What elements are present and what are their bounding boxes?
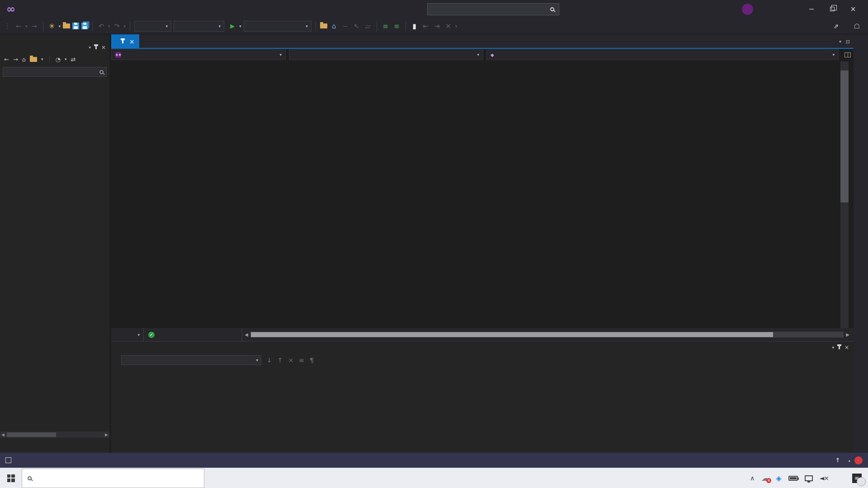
undo-icon[interactable]: ↶: [97, 22, 106, 30]
indent-increase-icon[interactable]: ≡: [392, 22, 401, 30]
scrollbar-thumb[interactable]: [840, 70, 849, 202]
close-icon[interactable]: ×: [101, 44, 106, 51]
scrollbar-thumb[interactable]: [7, 432, 56, 437]
document-tab[interactable]: ×: [111, 34, 139, 49]
scroll-right-icon[interactable]: ▶: [104, 432, 109, 437]
restore-button[interactable]: [822, 0, 843, 18]
platform-select[interactable]: ▾: [174, 21, 224, 32]
save-icon[interactable]: [72, 23, 79, 29]
sync-with-active-document-icon[interactable]: ⇄: [71, 56, 75, 63]
float-window-icon[interactable]: ⊡: [846, 39, 850, 45]
configuration-select[interactable]: ▾: [134, 21, 171, 32]
back-dropdown-icon[interactable]: ▾: [25, 24, 28, 28]
bookmark-icon[interactable]: ▮: [410, 22, 419, 30]
forward-icon[interactable]: →: [13, 56, 18, 63]
scrollbar-thumb[interactable]: [251, 332, 773, 337]
toolbar-drag-handle[interactable]: ⋮: [3, 22, 12, 30]
tray-expand-icon[interactable]: ∧: [750, 474, 755, 482]
separator: [49, 56, 50, 62]
close-icon[interactable]: ×: [844, 344, 849, 351]
split-editor-button[interactable]: [842, 49, 854, 61]
document-health-indicator[interactable]: ✓: [144, 328, 242, 341]
title-bar: ∞ − ×: [0, 0, 868, 18]
redo-icon[interactable]: ↷: [113, 22, 122, 30]
tab-list-dropdown-icon[interactable]: ▾: [839, 39, 841, 44]
next-bookmark-icon[interactable]: ⇥: [433, 22, 442, 30]
volume-muted-icon[interactable]: ◄×: [820, 474, 829, 482]
undo-dropdown-icon[interactable]: ▾: [108, 24, 110, 28]
notification-bell-badge[interactable]: [854, 456, 863, 465]
project-dropdown[interactable]: ++ ▾: [111, 49, 286, 60]
add-item-icon[interactable]: [320, 23, 327, 28]
vertical-scrollbar[interactable]: [840, 61, 849, 328]
auto-select[interactable]: ▾: [244, 21, 311, 32]
attach-process-icon[interactable]: ⌂: [330, 22, 339, 30]
navigation-bar: ++ ▾ ▾ ◆ ▾: [111, 49, 854, 61]
zoom-select[interactable]: ▾: [111, 328, 144, 341]
navigate-forward-icon[interactable]: →: [30, 22, 39, 30]
code-editor[interactable]: [111, 61, 854, 328]
cursor-tool-icon[interactable]: ↖: [352, 22, 361, 30]
back-icon[interactable]: ←: [4, 56, 9, 63]
minimize-button[interactable]: −: [801, 0, 822, 18]
scroll-left-icon[interactable]: ◀: [0, 432, 6, 437]
account-avatar[interactable]: [742, 4, 753, 15]
status-bar: ↑ ▴: [0, 453, 868, 468]
pin-icon[interactable]: [122, 40, 123, 43]
live-share-button[interactable]: ⇗: [833, 18, 842, 34]
panel-menu-icon[interactable]: ▾: [89, 45, 91, 50]
scroll-left-icon[interactable]: ◀: [242, 332, 250, 337]
switch-views-dropdown-icon[interactable]: ▾: [41, 57, 43, 61]
panel-menu-icon[interactable]: ▾: [832, 345, 834, 350]
horizontal-scrollbar[interactable]: ◀ ▶: [242, 328, 852, 341]
quick-search-input[interactable]: [427, 3, 559, 15]
scroll-right-icon[interactable]: ▶: [844, 332, 852, 337]
close-icon[interactable]: ×: [129, 38, 134, 45]
separator: [377, 21, 377, 31]
scope-dropdown[interactable]: ▾: [289, 49, 483, 60]
pin-icon[interactable]: [95, 46, 97, 49]
home-icon[interactable]: ⌂: [22, 56, 26, 63]
windows-taskbar: ∧ ☁× ◈ ◄× ≡: [0, 468, 868, 488]
output-source-select[interactable]: ▾: [121, 355, 261, 365]
prev-bookmark-icon[interactable]: ⇤: [421, 22, 430, 30]
clear-output-icon[interactable]: ×: [288, 357, 293, 364]
solution-explorer-toolbar: ← → ⌂ ▾ ◔▾ ⇄: [0, 53, 109, 65]
new-project-dropdown-icon[interactable]: ▾: [59, 24, 61, 28]
start-button[interactable]: [0, 468, 22, 488]
action-center-button[interactable]: ≡: [849, 470, 864, 486]
solution-search-input[interactable]: [3, 67, 107, 77]
close-button[interactable]: ×: [843, 0, 863, 18]
switch-views-icon[interactable]: [30, 57, 37, 62]
horizontal-scrollbar[interactable]: ◀ ▶: [0, 432, 109, 438]
toolbar-overflow-icon[interactable]: ▾: [455, 24, 458, 28]
source-control-dropdown-icon[interactable]: ▴: [848, 458, 850, 463]
clear-bookmarks-icon[interactable]: ✕: [444, 22, 453, 30]
copy-tool-icon[interactable]: ▱: [363, 22, 373, 30]
pending-changes-dropdown-icon[interactable]: ▾: [65, 57, 67, 61]
debugger-dropdown-icon[interactable]: ▾: [239, 24, 241, 28]
feedback-icon[interactable]: ☖: [854, 22, 860, 30]
disabled-tool-icon[interactable]: −: [341, 22, 350, 30]
navigate-back-icon[interactable]: ←: [14, 22, 23, 30]
network-icon[interactable]: [805, 475, 813, 481]
taskbar-search-input[interactable]: [22, 469, 204, 488]
pin-icon[interactable]: [839, 346, 840, 349]
word-wrap-icon[interactable]: ≡: [299, 357, 304, 364]
separator: [130, 21, 130, 31]
member-dropdown[interactable]: ◆ ▾: [486, 49, 839, 60]
start-debugging-icon[interactable]: ▶: [230, 23, 235, 29]
drive-layers-icon[interactable]: ◈: [776, 474, 781, 483]
output-content[interactable]: [111, 367, 854, 441]
indent-decrease-icon[interactable]: ≡: [381, 22, 390, 30]
save-all-icon[interactable]: [81, 23, 88, 29]
prev-message-icon[interactable]: ↑: [278, 357, 283, 364]
redo-dropdown-icon[interactable]: ▾: [124, 24, 126, 28]
pending-changes-icon[interactable]: ◔: [56, 56, 61, 63]
next-message-icon[interactable]: ↓: [267, 357, 272, 364]
open-file-icon[interactable]: [63, 23, 70, 28]
new-project-icon[interactable]: ✳: [47, 22, 57, 30]
battery-icon[interactable]: [788, 476, 798, 481]
cloud-sync-icon[interactable]: ☁×: [761, 474, 769, 483]
autoscroll-icon[interactable]: ¶: [310, 357, 314, 364]
